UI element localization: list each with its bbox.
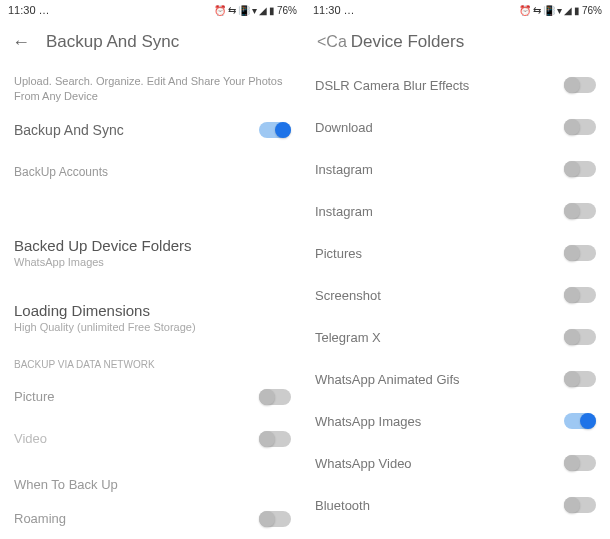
backup-sync-label: Backup And Sync <box>14 122 124 138</box>
folder-label: WhatsApp Animated Gifs <box>315 372 460 387</box>
vibrate-icon: 📳 <box>543 5 555 16</box>
folder-row[interactable]: Screenshot <box>305 274 610 316</box>
battery-icon: ▮ <box>269 5 275 16</box>
chevron-left-icon: < <box>317 33 326 51</box>
content-right: DSLR Camera Blur EffectsDownloadInstagra… <box>305 64 610 539</box>
backup-sync-toggle[interactable] <box>259 122 291 138</box>
loading-dim-title[interactable]: Loading Dimensions <box>0 288 305 321</box>
signal-icon: ◢ <box>564 5 572 16</box>
video-toggle[interactable] <box>259 431 291 447</box>
vibrate-icon: 📳 <box>238 5 250 16</box>
status-bar-right: 11:30 … ⏰ ⇆ 📳 ▾ ◢ ▮ 76% <box>305 0 610 20</box>
screen-backup-sync: 11:30 … ⏰ ⇆ 📳 ▾ ◢ ▮ 76% ← Backup And Syn… <box>0 0 305 539</box>
battery-text: 76% <box>277 5 297 16</box>
folder-row[interactable]: WhatsApp Video <box>305 442 610 484</box>
back-button[interactable]: ← <box>12 32 30 53</box>
backup-description: Upload. Search. Organize. Edit And Share… <box>0 64 305 109</box>
folder-toggle[interactable] <box>564 413 596 429</box>
folder-toggle[interactable] <box>564 287 596 303</box>
status-time: 11:30 … <box>8 4 50 16</box>
folder-row[interactable]: WhatsApp Animated Gifs <box>305 358 610 400</box>
folder-row[interactable]: Download <box>305 106 610 148</box>
picture-toggle[interactable] <box>259 389 291 405</box>
row-roaming[interactable]: Roaming <box>0 502 305 539</box>
folder-toggle[interactable] <box>564 455 596 471</box>
folder-label: WhatsApp Images <box>315 414 421 429</box>
signal-icon: ◢ <box>259 5 267 16</box>
status-time-right: 11:30 … <box>313 4 355 16</box>
link-icon: ⇆ <box>228 5 236 16</box>
back-prefix: Ca <box>326 33 346 51</box>
content-left: Upload. Search. Organize. Edit And Share… <box>0 64 305 539</box>
header-left: ← Backup And Sync <box>0 20 305 64</box>
folder-row[interactable]: Bluetooth <box>305 484 610 526</box>
status-bar-left: 11:30 … ⏰ ⇆ 📳 ▾ ◢ ▮ 76% <box>0 0 305 20</box>
folder-label: Bluetooth <box>315 498 370 513</box>
page-title-right: Device Folders <box>351 32 464 52</box>
row-picture[interactable]: Picture <box>0 376 305 418</box>
row-video[interactable]: Video <box>0 418 305 460</box>
when-label: When To Back Up <box>14 477 118 492</box>
folder-toggle[interactable] <box>564 497 596 513</box>
link-icon: ⇆ <box>533 5 541 16</box>
row-backup-accounts[interactable]: BackUp Accounts <box>0 151 305 193</box>
wifi-icon: ▾ <box>557 5 562 16</box>
folder-label: Screenshot <box>315 288 381 303</box>
backup-accounts-label: BackUp Accounts <box>14 165 108 179</box>
row-backup-sync[interactable]: Backup And Sync <box>0 109 305 151</box>
loading-dim-subtitle: High Quality (unlimited Free Storage) <box>0 321 305 343</box>
folder-toggle[interactable] <box>564 161 596 177</box>
folder-toggle[interactable] <box>564 119 596 135</box>
roaming-label: Roaming <box>14 511 66 526</box>
folder-row[interactable]: Pictures <box>305 232 610 274</box>
picture-label: Picture <box>14 389 54 404</box>
back-button-right[interactable]: <Ca <box>317 33 347 51</box>
battery-text-right: 76% <box>582 5 602 16</box>
status-icons-left: ⏰ ⇆ 📳 ▾ ◢ ▮ 76% <box>214 5 297 16</box>
folder-toggle[interactable] <box>564 77 596 93</box>
folder-label: Pictures <box>315 246 362 261</box>
folder-label: DSLR Camera Blur Effects <box>315 78 469 93</box>
page-title-left: Backup And Sync <box>46 32 179 52</box>
video-label: Video <box>14 431 47 446</box>
folder-toggle[interactable] <box>564 329 596 345</box>
folder-toggle[interactable] <box>564 371 596 387</box>
screen-device-folders: 11:30 … ⏰ ⇆ 📳 ▾ ◢ ▮ 76% <Ca Device Folde… <box>305 0 610 539</box>
status-icons-right: ⏰ ⇆ 📳 ▾ ◢ ▮ 76% <box>519 5 602 16</box>
alarm-icon: ⏰ <box>519 5 531 16</box>
network-caption: BACKUP VIA DATA NETWORK <box>0 343 305 376</box>
row-when[interactable]: When To Back Up <box>0 460 305 502</box>
folder-row[interactable]: WhatsApp Images <box>305 400 610 442</box>
roaming-toggle[interactable] <box>259 511 291 527</box>
folder-row[interactable]: Instagram <box>305 148 610 190</box>
folder-row[interactable]: Instagram <box>305 190 610 232</box>
backed-folders-title[interactable]: Backed Up Device Folders <box>0 223 305 256</box>
folder-label: WhatsApp Video <box>315 456 412 471</box>
backed-folders-subtitle: WhatsApp Images <box>0 256 305 278</box>
alarm-icon: ⏰ <box>214 5 226 16</box>
folder-row[interactable]: Telegram X <box>305 316 610 358</box>
folder-label: Download <box>315 120 373 135</box>
folder-label: Instagram <box>315 204 373 219</box>
folder-toggle[interactable] <box>564 203 596 219</box>
battery-icon: ▮ <box>574 5 580 16</box>
header-right: <Ca Device Folders <box>305 20 610 64</box>
folder-label: Telegram X <box>315 330 381 345</box>
folder-toggle[interactable] <box>564 245 596 261</box>
wifi-icon: ▾ <box>252 5 257 16</box>
folder-label: Instagram <box>315 162 373 177</box>
folder-row[interactable]: DSLR Camera Blur Effects <box>305 64 610 106</box>
